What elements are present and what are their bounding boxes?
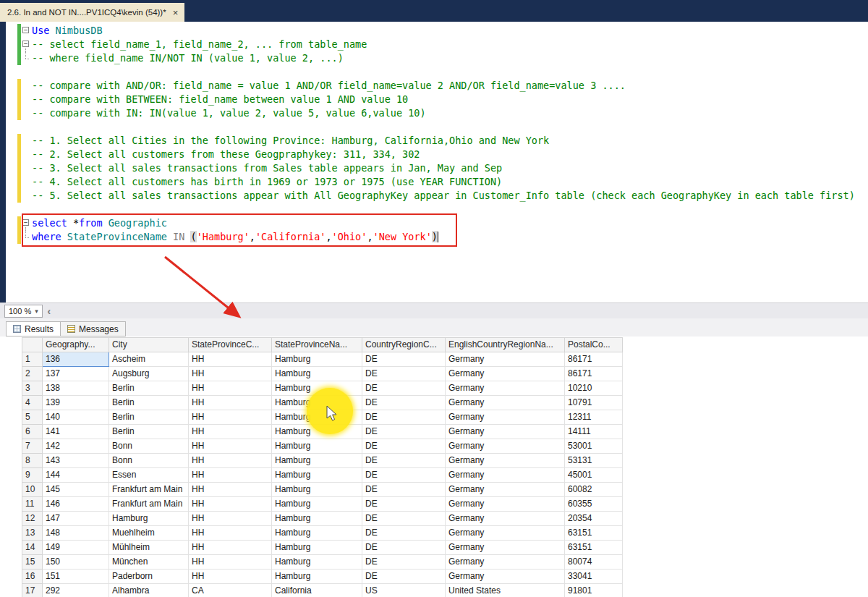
grid-cell[interactable]: HH bbox=[189, 410, 272, 425]
grid-cell[interactable]: 151 bbox=[43, 570, 109, 584]
grid-cell[interactable]: 10210 bbox=[565, 381, 623, 396]
grid-cell[interactable]: Germany bbox=[446, 526, 565, 541]
grid-cell[interactable]: DE bbox=[362, 526, 446, 541]
code-line[interactable]: -- compare with IN: IN(value 1, value 2,… bbox=[6, 106, 868, 120]
code-line[interactable]: where StateProvinceName IN ('Hamburg','C… bbox=[6, 230, 868, 244]
code-line[interactable]: -- where field_name IN/NOT IN (value 1, … bbox=[6, 51, 868, 65]
grid-cell[interactable]: Hamburg bbox=[272, 439, 362, 454]
code-line[interactable]: -- 1. Select all Cities in the following… bbox=[6, 134, 868, 148]
grid-cell[interactable]: HH bbox=[189, 541, 272, 555]
scrollbar-left-icon[interactable]: ‹ bbox=[43, 305, 56, 317]
grid-cell[interactable]: HH bbox=[189, 454, 272, 468]
row-header[interactable]: 5 bbox=[22, 410, 43, 425]
code-line[interactable]: -- 4. Select all customers has birth in … bbox=[6, 175, 868, 189]
grid-cell[interactable]: Ascheim bbox=[109, 352, 189, 367]
row-header[interactable]: 1 bbox=[22, 352, 43, 367]
grid-cell[interactable]: Berlin bbox=[109, 396, 189, 410]
grid-cell[interactable]: Bonn bbox=[109, 439, 189, 454]
grid-cell[interactable]: 149 bbox=[43, 541, 109, 555]
grid-cell[interactable]: Berlin bbox=[109, 410, 189, 425]
grid-cell[interactable]: 147 bbox=[43, 512, 109, 526]
grid-cell[interactable]: 146 bbox=[43, 497, 109, 512]
close-icon[interactable]: × bbox=[173, 8, 179, 17]
tab-messages[interactable]: Messages bbox=[60, 321, 126, 336]
grid-cell[interactable]: Hamburg bbox=[272, 396, 362, 410]
tab-results[interactable]: Results bbox=[6, 321, 61, 336]
grid-cell[interactable]: HH bbox=[189, 381, 272, 396]
grid-cell[interactable]: 63151 bbox=[565, 541, 623, 555]
grid-cell[interactable]: Paderborn bbox=[109, 570, 189, 584]
grid-cell[interactable]: Germany bbox=[446, 541, 565, 555]
grid-cell[interactable]: Berlin bbox=[109, 381, 189, 396]
row-header[interactable]: 10 bbox=[22, 483, 43, 497]
query-editor[interactable]: −Use NimbusDB−-- select field_name_1, fi… bbox=[0, 22, 868, 302]
grid-cell[interactable]: 14111 bbox=[565, 425, 623, 439]
grid-cell[interactable]: 53131 bbox=[565, 454, 623, 468]
grid-cell[interactable]: Germany bbox=[446, 468, 565, 483]
grid-cell[interactable]: 91801 bbox=[565, 584, 623, 597]
grid-cell[interactable]: HH bbox=[189, 526, 272, 541]
grid-cell[interactable]: California bbox=[272, 584, 362, 597]
grid-cell[interactable]: 86171 bbox=[565, 352, 623, 367]
grid-cell[interactable]: DE bbox=[362, 497, 446, 512]
row-header[interactable]: 4 bbox=[22, 396, 43, 410]
row-header[interactable]: 12 bbox=[22, 512, 43, 526]
grid-cell[interactable]: Hamburg bbox=[272, 512, 362, 526]
grid-cell[interactable]: Hamburg bbox=[272, 381, 362, 396]
grid-cell[interactable]: DE bbox=[362, 483, 446, 497]
grid-cell[interactable]: 138 bbox=[43, 381, 109, 396]
grid-cell[interactable]: Hamburg bbox=[272, 497, 362, 512]
code-line[interactable] bbox=[6, 203, 868, 216]
code-line[interactable]: -- 3. Select all sales transactions from… bbox=[6, 161, 868, 175]
grid-cell[interactable]: 33041 bbox=[565, 570, 623, 584]
grid-cell[interactable]: Germany bbox=[446, 367, 565, 381]
grid-cell[interactable]: Frankfurt am Main bbox=[109, 483, 189, 497]
grid-cell[interactable]: Germany bbox=[446, 352, 565, 367]
grid-cell[interactable]: 141 bbox=[43, 425, 109, 439]
grid-cell[interactable]: Muehlheim bbox=[109, 526, 189, 541]
code-line[interactable] bbox=[6, 65, 868, 79]
grid-cell[interactable]: HH bbox=[189, 439, 272, 454]
zoom-dropdown[interactable]: 100 % ▾ bbox=[4, 305, 43, 318]
grid-cell[interactable]: DE bbox=[362, 541, 446, 555]
code-line[interactable]: -- 5. Select all sales transactions appe… bbox=[6, 189, 868, 203]
grid-cell[interactable]: HH bbox=[189, 570, 272, 584]
grid-cell[interactable]: 53001 bbox=[565, 439, 623, 454]
grid-cell[interactable]: DE bbox=[362, 570, 446, 584]
grid-cell[interactable]: Hamburg bbox=[272, 410, 362, 425]
grid-cell[interactable]: HH bbox=[189, 468, 272, 483]
grid-cell[interactable]: Bonn bbox=[109, 454, 189, 468]
grid-cell[interactable]: 150 bbox=[43, 555, 109, 570]
grid-cell[interactable]: Hamburg bbox=[272, 367, 362, 381]
grid-cell[interactable]: 144 bbox=[43, 468, 109, 483]
row-header[interactable]: 6 bbox=[22, 425, 43, 439]
grid-cell[interactable]: Mühlheim bbox=[109, 541, 189, 555]
row-header[interactable]: 7 bbox=[22, 439, 43, 454]
column-header[interactable]: CountryRegionC... bbox=[362, 338, 446, 352]
row-header[interactable]: 16 bbox=[22, 570, 43, 584]
grid-cell[interactable]: 136 bbox=[43, 352, 109, 367]
grid-cell[interactable]: München bbox=[109, 555, 189, 570]
column-header[interactable]: City bbox=[109, 338, 189, 352]
column-header[interactable]: EnglishCountryRegionNa... bbox=[446, 338, 565, 352]
fold-margin[interactable]: − bbox=[21, 38, 32, 51]
grid-cell[interactable]: HH bbox=[189, 396, 272, 410]
grid-cell[interactable]: 145 bbox=[43, 483, 109, 497]
row-header[interactable]: 14 bbox=[22, 541, 43, 555]
document-tab[interactable]: 2.6. In and NOT IN....PV1ICQ4\kevin (54)… bbox=[0, 3, 184, 22]
grid-cell[interactable]: US bbox=[362, 584, 446, 597]
code-line[interactable]: -- 2. Select all customers from these Ge… bbox=[6, 148, 868, 161]
grid-cell[interactable]: HH bbox=[189, 425, 272, 439]
grid-cell[interactable]: Hamburg bbox=[272, 555, 362, 570]
code-line[interactable]: -- compare with AND/OR: field_name = val… bbox=[6, 79, 868, 93]
code-line[interactable]: −Use NimbusDB bbox=[6, 24, 868, 38]
grid-cell[interactable]: HH bbox=[189, 512, 272, 526]
editor-code[interactable]: −Use NimbusDB−-- select field_name_1, fi… bbox=[6, 24, 868, 244]
grid-cell[interactable]: 12311 bbox=[565, 410, 623, 425]
row-header[interactable]: 15 bbox=[22, 555, 43, 570]
row-header[interactable]: 8 bbox=[22, 454, 43, 468]
grid-cell[interactable]: United States bbox=[446, 584, 565, 597]
row-header[interactable]: 13 bbox=[22, 526, 43, 541]
grid-cell[interactable]: DE bbox=[362, 454, 446, 468]
grid-cell[interactable]: HH bbox=[189, 555, 272, 570]
